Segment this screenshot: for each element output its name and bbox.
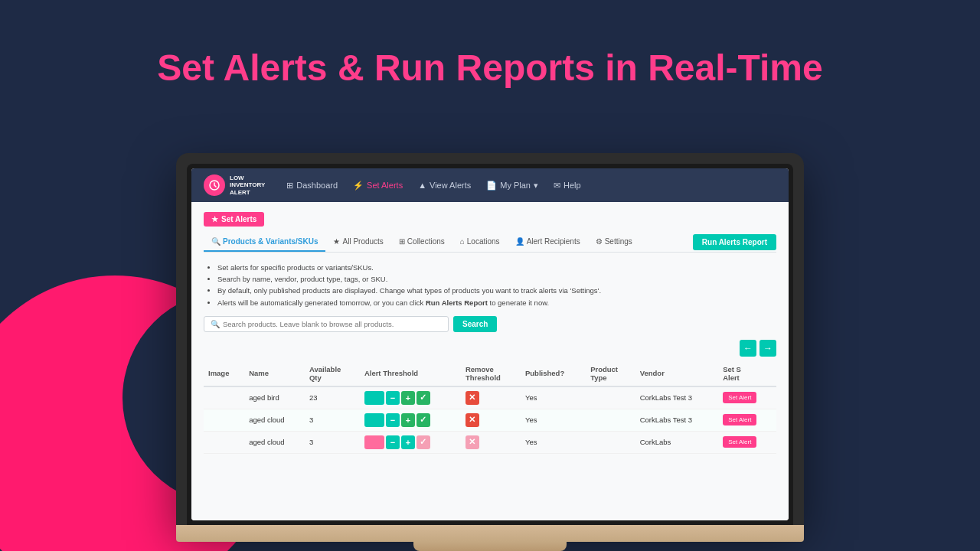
laptop-mockup: LOW INVENTORY ALERT ⊞ Dashboard ⚡ Set Al… bbox=[176, 153, 804, 551]
screen-bezel: LOW INVENTORY ALERT ⊞ Dashboard ⚡ Set Al… bbox=[187, 164, 793, 525]
threshold-increment-btn[interactable]: + bbox=[401, 391, 415, 405]
threshold-confirm-btn[interactable]: ✓ bbox=[416, 413, 430, 427]
cell-set-alert: Set Alert bbox=[718, 386, 776, 409]
bolt-icon: ⚡ bbox=[353, 181, 364, 191]
cell-published: Yes bbox=[521, 386, 586, 409]
col-set-alerts: Set SAlert bbox=[718, 361, 776, 386]
bullet-3: By default, only published products are … bbox=[217, 285, 776, 296]
cell-published: Yes bbox=[521, 409, 586, 431]
col-vendor: Vendor bbox=[635, 361, 718, 386]
threshold-increment-btn[interactable]: + bbox=[401, 435, 415, 449]
remove-threshold-btn[interactable]: ✕ bbox=[466, 435, 479, 449]
cell-name: aged cloud bbox=[244, 409, 305, 431]
tab-alert-recipients[interactable]: 👤 Alert Recipients bbox=[508, 233, 588, 252]
nav-set-alerts[interactable]: ⚡ Set Alerts bbox=[347, 178, 409, 194]
nav-my-plan[interactable]: 📄 My Plan ▾ bbox=[480, 178, 544, 194]
bullet-4: Alerts will be automatically generated t… bbox=[217, 297, 776, 308]
threshold-decrement-btn[interactable]: − bbox=[386, 435, 400, 449]
cell-set-alert: Set Alert bbox=[718, 431, 776, 453]
col-product-type: ProductType bbox=[586, 361, 635, 386]
cell-threshold: − + ✓ bbox=[360, 409, 461, 431]
grid-tab-icon: ⊞ bbox=[399, 237, 405, 246]
chevron-down-icon: ▾ bbox=[534, 181, 538, 191]
bullet-1: Set alerts for specific products or vari… bbox=[217, 262, 776, 273]
threshold-value-display bbox=[364, 391, 384, 405]
table-row: aged cloud 3 − + ✓ bbox=[204, 409, 776, 431]
search-input-wrapper[interactable]: 🔍 bbox=[204, 316, 449, 332]
cell-threshold: − + ✓ bbox=[360, 431, 461, 453]
bullet-2: Search by name, vendor, product type, ta… bbox=[217, 273, 776, 285]
cell-remove: ✕ bbox=[461, 431, 521, 453]
logo-svg bbox=[209, 180, 220, 191]
threshold-decrement-btn[interactable]: − bbox=[386, 391, 400, 405]
threshold-confirm-btn[interactable]: ✓ bbox=[416, 435, 430, 449]
star-tab-icon: ★ bbox=[333, 237, 340, 246]
cell-remove: ✕ bbox=[461, 386, 521, 409]
search-tab-icon: 🔍 bbox=[211, 237, 220, 246]
remove-threshold-btn[interactable]: ✕ bbox=[466, 413, 479, 427]
tab-all-products[interactable]: ★ All Products bbox=[325, 233, 390, 252]
search-button[interactable]: Search bbox=[453, 316, 497, 332]
next-page-button[interactable]: → bbox=[760, 340, 776, 357]
cell-product-type bbox=[586, 409, 635, 431]
laptop-stand bbox=[413, 542, 567, 551]
page-headline: Set Alerts & Run Reports in Real-Time bbox=[0, 46, 980, 90]
cell-vendor: CorkLabs Test 3 bbox=[635, 409, 718, 431]
tab-locations[interactable]: ⌂ Locations bbox=[452, 233, 508, 252]
cell-product-type bbox=[586, 386, 635, 409]
search-row: 🔍 Search bbox=[204, 316, 776, 332]
threshold-value-display bbox=[364, 435, 384, 449]
set-alert-btn[interactable]: Set Alert bbox=[723, 392, 756, 403]
app-logo: LOW INVENTORY ALERT bbox=[204, 174, 265, 197]
logo-icon bbox=[204, 174, 225, 196]
threshold-confirm-btn[interactable]: ✓ bbox=[416, 391, 430, 405]
triangle-icon: ▲ bbox=[418, 181, 426, 190]
col-alert-threshold: Alert Threshold bbox=[360, 361, 461, 386]
logo-text: LOW INVENTORY ALERT bbox=[230, 174, 265, 197]
col-name: Name bbox=[244, 361, 305, 386]
laptop-body: LOW INVENTORY ALERT ⊞ Dashboard ⚡ Set Al… bbox=[176, 153, 804, 525]
cell-image bbox=[204, 386, 244, 409]
star-icon: ★ bbox=[211, 215, 218, 223]
cell-qty: 3 bbox=[305, 409, 360, 431]
file-icon: 📄 bbox=[486, 181, 497, 191]
set-alert-btn[interactable]: Set Alert bbox=[723, 436, 756, 448]
cell-qty: 23 bbox=[305, 386, 360, 409]
grid-icon: ⊞ bbox=[286, 181, 293, 191]
cell-set-alert: Set Alert bbox=[718, 409, 776, 431]
cell-image bbox=[204, 409, 244, 431]
threshold-value-display bbox=[364, 413, 384, 427]
run-alerts-button[interactable]: Run Alerts Report bbox=[693, 234, 776, 250]
threshold-decrement-btn[interactable]: − bbox=[386, 413, 400, 427]
app-navbar: LOW INVENTORY ALERT ⊞ Dashboard ⚡ Set Al… bbox=[191, 168, 789, 202]
tabs-bar: 🔍 Products & Variants/SKUs ★ All Product… bbox=[204, 233, 776, 253]
tab-products-variants[interactable]: 🔍 Products & Variants/SKUs bbox=[204, 233, 325, 252]
cell-vendor: CorkLabs Test 3 bbox=[635, 386, 718, 409]
col-remove-threshold: RemoveThreshold bbox=[461, 361, 521, 386]
nav-view-alerts[interactable]: ▲ View Alerts bbox=[412, 178, 477, 193]
cell-remove: ✕ bbox=[461, 409, 521, 431]
col-image: Image bbox=[204, 361, 244, 386]
nav-dashboard[interactable]: ⊞ Dashboard bbox=[280, 178, 344, 194]
info-bullets: Set alerts for specific products or vari… bbox=[204, 262, 776, 308]
cell-name: aged cloud bbox=[244, 431, 305, 453]
cell-qty: 3 bbox=[305, 431, 360, 453]
threshold-increment-btn[interactable]: + bbox=[401, 413, 415, 427]
tab-collections[interactable]: ⊞ Collections bbox=[391, 233, 452, 252]
cell-published: Yes bbox=[521, 431, 586, 453]
col-published: Published? bbox=[521, 361, 586, 386]
tab-settings[interactable]: ⚙ Settings bbox=[588, 233, 640, 252]
search-input[interactable] bbox=[223, 320, 442, 328]
gear-tab-icon: ⚙ bbox=[596, 237, 603, 246]
cell-product-type bbox=[586, 431, 635, 453]
prev-page-button[interactable]: ← bbox=[740, 340, 756, 357]
mail-icon: ✉ bbox=[554, 181, 560, 191]
cell-name: aged bird bbox=[244, 386, 305, 409]
laptop-base bbox=[176, 525, 804, 542]
set-alert-btn[interactable]: Set Alert bbox=[723, 414, 756, 425]
user-tab-icon: 👤 bbox=[515, 237, 524, 246]
search-icon: 🔍 bbox=[211, 320, 220, 328]
products-table: Image Name AvailableQty Alert Threshold … bbox=[204, 361, 776, 454]
remove-threshold-btn[interactable]: ✕ bbox=[466, 391, 479, 405]
nav-help[interactable]: ✉ Help bbox=[547, 178, 587, 194]
